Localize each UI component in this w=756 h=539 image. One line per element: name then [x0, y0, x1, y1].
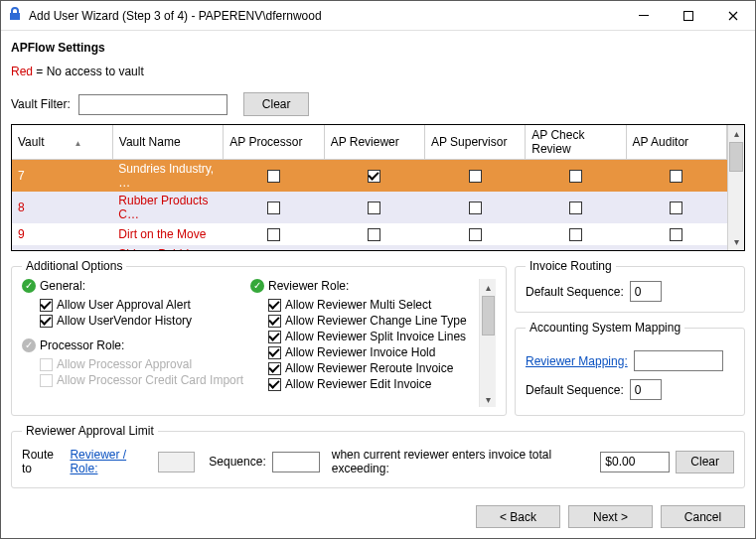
reviewer-mapping-link[interactable]: Reviewer Mapping:	[526, 354, 628, 368]
check-circle-icon	[22, 338, 36, 352]
option-group-label: Reviewer Role:	[268, 279, 349, 293]
reviewer-mapping-input[interactable]	[634, 350, 723, 371]
grid-checkbox[interactable]	[267, 202, 280, 214]
checkbox[interactable]	[268, 315, 281, 328]
option-label: Allow Reviewer Multi Select	[285, 298, 431, 312]
col-vault-name[interactable]: Vault Name	[112, 125, 223, 160]
additional-options-legend: Additional Options	[22, 259, 126, 273]
checkbox[interactable]	[268, 346, 281, 359]
grid-checkbox[interactable]	[469, 228, 482, 241]
option-group-label: General:	[40, 279, 85, 293]
ral-route-to-label: Route to	[22, 448, 64, 475]
table-row[interactable]: 7Sundries Industry, …	[12, 160, 727, 193]
ral-clear-button[interactable]: Clear	[676, 451, 734, 473]
cell-vault: 7	[12, 160, 112, 193]
table-row[interactable]: 10Shiney Pebble Cons…	[12, 245, 727, 250]
svg-rect-0	[639, 15, 649, 16]
col-vault[interactable]: Vault	[12, 125, 112, 160]
ral-reviewer-role-link[interactable]: Reviewer / Role:	[70, 448, 151, 475]
cell-vault: 8	[12, 192, 112, 223]
accounting-default-sequence-label: Default Sequence:	[526, 383, 624, 397]
close-button[interactable]	[710, 1, 755, 30]
grid-checkbox[interactable]	[670, 228, 682, 241]
reviewer-option[interactable]: Allow Reviewer Multi Select	[250, 297, 479, 313]
reviewer-option[interactable]: Allow Reviewer Split Invoice Lines	[250, 329, 479, 344]
default-sequence-label: Default Sequence:	[526, 285, 624, 299]
option-label: Allow Reviewer Invoice Hold	[285, 345, 435, 359]
cancel-button[interactable]: Cancel	[661, 505, 745, 528]
checkbox[interactable]	[268, 362, 281, 375]
vault-filter-clear-button[interactable]: Clear	[243, 92, 310, 116]
checkbox[interactable]	[268, 378, 281, 391]
additional-options-group: Additional Options General:Allow User Ap…	[11, 259, 507, 416]
grid-checkbox[interactable]	[267, 170, 280, 183]
processor-option: Allow Processor Approval	[22, 356, 250, 372]
scroll-thumb[interactable]	[482, 296, 495, 336]
accounting-system-mapping-group: Accounting System Mapping Reviewer Mappi…	[515, 321, 745, 416]
grid-checkbox[interactable]	[368, 170, 380, 183]
reviewer-group-head[interactable]: Reviewer Role:	[250, 279, 479, 293]
reviewer-option[interactable]: Allow Reviewer Change Line Type	[250, 313, 479, 329]
additional-options-scrollbar[interactable]: ▴ ▾	[479, 279, 496, 407]
grid-checkbox[interactable]	[569, 228, 582, 241]
maximize-button[interactable]	[666, 1, 710, 30]
grid-checkbox[interactable]	[368, 228, 380, 241]
cell-vault-name: Sundries Industry, …	[112, 160, 223, 193]
col-ap-supervisor[interactable]: AP Supervisor	[424, 125, 525, 160]
scroll-up-icon[interactable]: ▴	[486, 279, 491, 295]
checkbox[interactable]	[268, 331, 281, 343]
col-ap-check-review[interactable]: AP Check Review	[526, 125, 626, 160]
window-title: Add User Wizard (Step 3 of 4) - PAPERENV…	[29, 9, 621, 23]
scroll-down-icon[interactable]: ▾	[728, 233, 744, 250]
invoice-routing-default-sequence-input[interactable]	[630, 281, 662, 302]
app-lock-icon	[7, 6, 23, 25]
col-ap-processor[interactable]: AP Processor	[224, 125, 324, 160]
option-label: Allow User Approval Alert	[57, 298, 191, 312]
grid-checkbox[interactable]	[469, 170, 482, 183]
accounting-default-sequence-input[interactable]	[630, 379, 662, 400]
general-option[interactable]: Allow UserVendor History	[22, 313, 250, 329]
general-group-head[interactable]: General:	[22, 279, 250, 293]
vault-filter-input[interactable]	[78, 94, 227, 115]
general-option[interactable]: Allow User Approval Alert	[22, 297, 250, 313]
ral-sequence-input[interactable]	[272, 452, 320, 472]
accounting-mapping-legend: Accounting System Mapping	[526, 321, 684, 335]
option-label: Allow Reviewer Edit Invoice	[285, 377, 431, 391]
back-button[interactable]: < Back	[476, 505, 560, 528]
grid-checkbox[interactable]	[368, 202, 380, 214]
vault-filter-label: Vault Filter:	[11, 97, 71, 111]
processor-group-head[interactable]: Processor Role:	[22, 338, 250, 352]
access-legend: Red = No access to vault	[11, 65, 745, 78]
next-button[interactable]: Next >	[568, 505, 653, 528]
ral-amount-input[interactable]	[600, 452, 670, 472]
cell-vault-name: Shiney Pebble Cons…	[112, 245, 223, 250]
grid-checkbox[interactable]	[670, 170, 682, 183]
grid-checkbox[interactable]	[469, 202, 482, 214]
col-ap-auditor[interactable]: AP Auditor	[626, 125, 726, 160]
reviewer-option[interactable]: Allow Reviewer Edit Invoice	[250, 376, 479, 392]
grid-checkbox[interactable]	[569, 170, 582, 183]
grid-checkbox[interactable]	[670, 202, 682, 214]
titlebar: Add User Wizard (Step 3 of 4) - PAPERENV…	[1, 1, 755, 31]
reviewer-option[interactable]: Allow Reviewer Reroute Invoice	[250, 360, 479, 376]
grid-checkbox[interactable]	[267, 228, 280, 241]
option-group-label: Processor Role:	[40, 338, 124, 352]
reviewer-option[interactable]: Allow Reviewer Invoice Hold	[250, 344, 479, 360]
checkbox[interactable]	[40, 315, 53, 328]
col-ap-reviewer[interactable]: AP Reviewer	[324, 125, 424, 160]
scroll-up-icon[interactable]: ▴	[728, 125, 744, 142]
table-row[interactable]: 8Rubber Products C…	[12, 192, 727, 223]
option-label: Allow Reviewer Change Line Type	[285, 314, 467, 328]
minimize-button[interactable]	[621, 1, 666, 30]
svg-rect-1	[683, 11, 692, 20]
wizard-window: Add User Wizard (Step 3 of 4) - PAPERENV…	[0, 0, 756, 539]
vault-grid: Vault Vault Name AP Processor AP Reviewe…	[11, 124, 745, 251]
checkbox[interactable]	[40, 299, 53, 312]
scroll-thumb[interactable]	[729, 142, 743, 172]
cell-vault-name: Dirt on the Move	[112, 223, 223, 245]
table-row[interactable]: 9Dirt on the Move	[12, 223, 727, 245]
checkbox[interactable]	[268, 299, 281, 312]
scroll-down-icon[interactable]: ▾	[486, 391, 491, 407]
grid-scrollbar[interactable]: ▴ ▾	[727, 125, 744, 250]
grid-checkbox[interactable]	[569, 202, 582, 214]
